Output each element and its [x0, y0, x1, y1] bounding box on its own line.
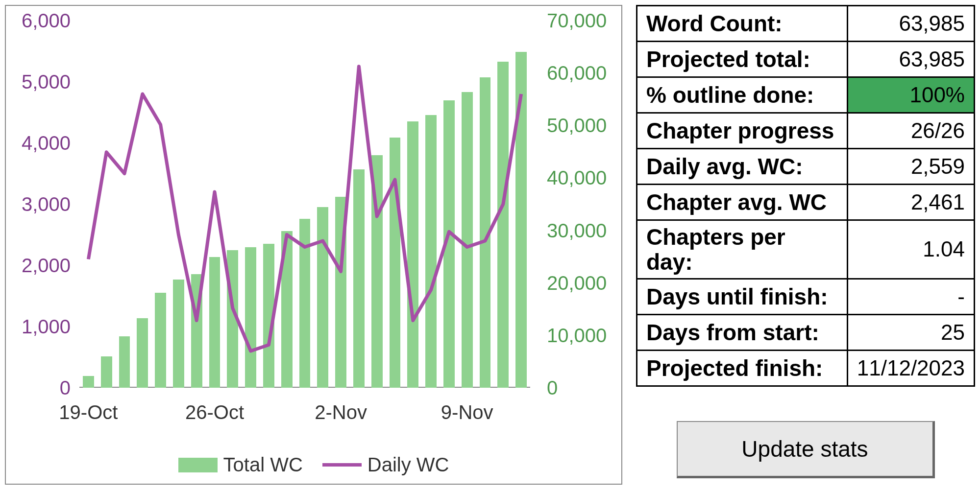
update-stats-button[interactable]: Update stats: [677, 421, 935, 478]
stats-label: % outline done:: [637, 77, 848, 113]
left-y-tick: 1,000: [2, 316, 71, 338]
stats-label: Chapter progress: [637, 113, 848, 149]
right-y-tick: 60,000: [547, 62, 625, 84]
left-y-tick: 0: [2, 377, 71, 399]
stats-value: -: [847, 279, 974, 315]
update-stats-label: Update stats: [741, 436, 868, 462]
stats-label: Days until finish:: [637, 279, 848, 315]
stats-value: 2,559: [847, 149, 974, 185]
left-y-tick: 4,000: [2, 132, 71, 154]
right-y-axis: 010,00020,00030,00040,00050,00060,00070,…: [543, 21, 621, 398]
right-y-tick: 40,000: [547, 167, 625, 189]
legend-swatch-bar: [178, 458, 218, 472]
stats-label: Projected finish:: [637, 351, 848, 386]
stats-row: Days from start:25: [637, 315, 975, 351]
plot-area: [79, 21, 530, 388]
left-y-tick: 6,000: [2, 10, 71, 32]
left-y-axis: 01,0002,0003,0004,0005,0006,000: [6, 21, 74, 398]
stats-label: Daily avg. WC:: [637, 149, 848, 185]
x-tick: 9-Nov: [441, 401, 493, 423]
stats-row: Days until finish:-: [637, 279, 975, 315]
stats-label: Word Count:: [637, 6, 848, 42]
right-y-tick: 70,000: [547, 10, 625, 32]
stats-value: 11/12/2023: [847, 351, 974, 386]
stats-label: Chapters per day:: [637, 220, 848, 279]
legend-label-daily: Daily WC: [368, 454, 449, 476]
stats-row: % outline done:100%: [637, 77, 975, 113]
stats-row: Word Count:63,985: [637, 6, 975, 42]
stats-row: Chapter avg. WC2,461: [637, 185, 975, 220]
x-axis: 19-Oct26-Oct2-Nov9-Nov: [79, 398, 530, 427]
stats-row: Projected total:63,985: [637, 42, 975, 77]
x-tick: 2-Nov: [315, 401, 367, 423]
stats-value: 25: [847, 315, 974, 351]
stats-table: Word Count:63,985Projected total:63,985%…: [636, 5, 975, 387]
left-y-tick: 3,000: [2, 193, 71, 215]
right-y-tick: 30,000: [547, 219, 625, 241]
right-y-tick: 10,000: [547, 324, 625, 346]
right-y-tick: 20,000: [547, 272, 625, 294]
stats-value: 1.04: [847, 220, 974, 279]
stats-panel: Word Count:63,985Projected total:63,985%…: [636, 5, 975, 487]
stats-value: 63,985: [847, 6, 974, 42]
x-tick: 19-Oct: [59, 401, 118, 423]
stats-row: Projected finish:11/12/2023: [637, 351, 975, 386]
right-y-tick: 50,000: [547, 115, 625, 137]
legend-label-total: Total WC: [223, 454, 303, 476]
stats-row: Chapter progress26/26: [637, 113, 975, 149]
chart-legend: Total WC Daily WC: [6, 454, 621, 476]
stats-value: 2,461: [847, 185, 974, 220]
legend-item-daily: Daily WC: [322, 454, 449, 476]
legend-item-total: Total WC: [178, 454, 303, 476]
word-count-chart: 01,0002,0003,0004,0005,0006,000 010,0002…: [5, 5, 622, 485]
stats-label: Chapter avg. WC: [637, 185, 848, 220]
stats-row: Daily avg. WC:2,559: [637, 149, 975, 185]
left-y-tick: 2,000: [2, 255, 71, 277]
stats-value: 26/26: [847, 113, 974, 149]
stats-label: Days from start:: [637, 315, 848, 351]
right-y-tick: 0: [547, 377, 625, 399]
stats-value: 63,985: [847, 42, 974, 77]
legend-swatch-line: [322, 463, 362, 467]
stats-value: 100%: [847, 77, 974, 113]
x-tick: 26-Oct: [185, 401, 244, 423]
daily-wc-line: [79, 21, 530, 388]
left-y-tick: 5,000: [2, 71, 71, 93]
stats-row: Chapters per day:1.04: [637, 220, 975, 279]
stats-label: Projected total:: [637, 42, 848, 77]
